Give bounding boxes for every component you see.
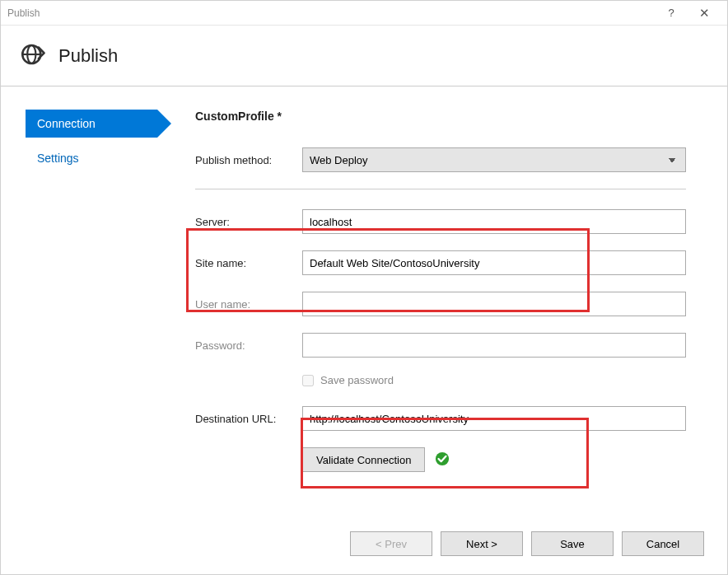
sidebar: Connection Settings bbox=[1, 110, 166, 487]
save-password-label: Save password bbox=[320, 374, 394, 386]
password-label: Password: bbox=[195, 339, 302, 352]
prev-button[interactable]: < Prev bbox=[350, 531, 432, 556]
nav-item-connection[interactable]: Connection bbox=[26, 110, 157, 138]
publish-method-select[interactable]: Web Deploy bbox=[302, 147, 686, 172]
page-title: Publish bbox=[58, 45, 118, 67]
globe-icon bbox=[19, 40, 47, 71]
window-title: Publish bbox=[7, 7, 655, 19]
password-input[interactable] bbox=[302, 333, 686, 358]
footer-buttons: < Prev Next > Save Cancel bbox=[350, 531, 704, 556]
svg-point-3 bbox=[436, 451, 449, 465]
validate-connection-button[interactable]: Validate Connection bbox=[302, 447, 425, 472]
titlebar: Publish ? ✕ bbox=[1, 1, 727, 26]
nav-item-settings[interactable]: Settings bbox=[26, 144, 166, 172]
cancel-button[interactable]: Cancel bbox=[622, 531, 704, 556]
nav-item-label: Settings bbox=[37, 152, 79, 165]
user-name-label: User name: bbox=[195, 298, 302, 311]
site-name-label: Site name: bbox=[195, 257, 302, 269]
destination-url-input[interactable] bbox=[302, 406, 686, 431]
close-icon[interactable]: ✕ bbox=[688, 6, 721, 21]
publish-method-label: Publish method: bbox=[195, 154, 302, 166]
header: Publish bbox=[1, 26, 727, 86]
nav-item-label: Connection bbox=[37, 117, 96, 130]
user-name-input[interactable] bbox=[302, 292, 686, 316]
save-password-checkbox[interactable] bbox=[302, 375, 314, 386]
profile-title: CustomProfile * bbox=[195, 110, 686, 123]
success-check-icon bbox=[435, 451, 450, 469]
save-button[interactable]: Save bbox=[531, 531, 614, 556]
site-name-input[interactable] bbox=[302, 250, 686, 275]
server-label: Server: bbox=[195, 216, 302, 228]
server-input[interactable] bbox=[302, 209, 686, 234]
destination-url-label: Destination URL: bbox=[195, 413, 302, 425]
main-panel: CustomProfile * Publish method: Web Depl… bbox=[166, 110, 727, 487]
divider bbox=[195, 189, 686, 189]
next-button[interactable]: Next > bbox=[441, 531, 523, 556]
help-icon[interactable]: ? bbox=[655, 7, 688, 19]
